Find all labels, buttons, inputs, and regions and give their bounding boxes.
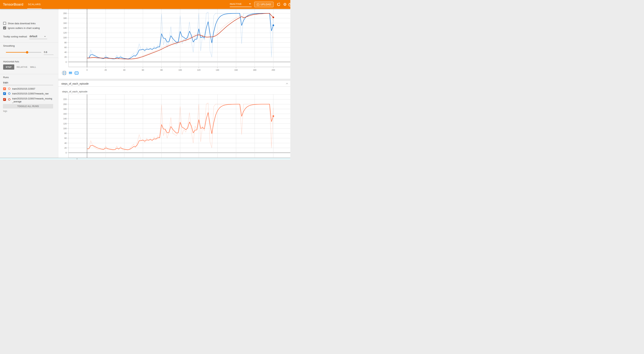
steps-chart-card: steps_of_each_episode 020406080100120140… [58,86,290,160]
runs-label: Runs [3,76,9,79]
svg-text:160: 160 [63,22,67,24]
svg-text:100: 100 [63,36,67,39]
fit-domain-icon[interactable] [74,70,79,76]
run-color-circle [8,92,10,94]
checkbox-show-download-links-label: Show data download links [8,22,36,25]
run-row: ✓ train/20201015-215937 [0,88,58,92]
smoothing-value-underline [44,54,54,55]
svg-text:80: 80 [160,69,162,71]
svg-text:140: 140 [216,69,219,71]
svg-text:60: 60 [64,46,67,48]
chevron-up-icon[interactable] [286,83,288,85]
rewards-chart[interactable]: 0204060801001201401601802000204060801001… [58,9,290,79]
run-checkbox[interactable]: ✓ [3,88,6,90]
svg-text:40: 40 [64,51,67,53]
status-dropdown-underline [230,7,252,7]
run-row: ✓ train/20201015-215937/rewards_moving_a… [0,98,58,104]
app-header: TensorBoard SCALARS INACTIVE i UPLOAD ⚙ … [0,0,290,9]
tab-scalars[interactable]: SCALARS [27,0,42,9]
tooltip-sort-label: Tooltip sorting method: [3,35,28,38]
app-title: TensorBoard [3,0,23,9]
svg-text:0: 0 [66,152,67,154]
rewards-chart-card: 0204060801001201401601802000204060801001… [58,9,290,79]
svg-text:80: 80 [64,42,67,44]
svg-text:0: 0 [66,61,67,63]
runs-filter-underline [3,85,53,85]
svg-text:160: 160 [234,69,238,71]
status-dropdown[interactable]: INACTIVE [230,0,252,9]
gear-icon[interactable]: ⚙ [282,0,287,9]
checkbox-show-download-links[interactable] [3,22,6,25]
upload-button-label: UPLOAD [261,3,271,6]
svg-text:120: 120 [63,32,67,34]
svg-text:120: 120 [63,122,67,125]
svg-text:200: 200 [272,69,275,71]
horizontal-axis-label: Horizontal Axis [3,60,19,63]
svg-text:120: 120 [197,69,200,71]
run-label: train/20201015-215937/rewards_moving_ave… [12,98,53,103]
divider [0,58,58,58]
run-color-circle [8,98,10,100]
tooltip-sort-select[interactable]: default [30,35,37,38]
help-icon[interactable]: ? [288,0,290,9]
axis-button-step[interactable]: STEP [3,64,14,70]
svg-text:60: 60 [64,137,67,139]
smoothing-slider-fill [6,52,27,52]
tab-active-underline [27,8,42,9]
axis-button-relative[interactable]: RELATIVE [17,66,28,68]
check-icon: ✓ [4,92,6,95]
check-icon: ✓ [4,98,6,101]
run-label: train/20201015-215937/rewards_raw [12,92,53,95]
info-icon: i [257,3,260,6]
check-icon: ✓ [4,87,6,90]
run-checkbox[interactable]: ✓ [3,92,6,95]
svg-text:100: 100 [178,69,182,71]
toggle-all-runs-button[interactable]: TOGGLE ALL RUNS [3,104,53,108]
svg-text:180: 180 [63,17,67,19]
svg-text:180: 180 [63,108,67,110]
status-dropdown-value: INACTIVE [230,2,242,5]
run-label: train/20201015-215937 [12,88,53,90]
steps-of-each-episode-chart[interactable]: 020406080100120140160180200220 [58,86,290,160]
run-row: ✓ train/20201015-215937/rewards_raw [0,92,58,96]
checkbox-ignore-outliers-label: Ignore outliers in chart scaling [8,27,40,30]
run-color-circle [8,88,10,90]
smoothing-label: Smoothing [3,44,15,47]
svg-text:100: 100 [63,128,67,130]
chevron-down-icon [249,4,251,4]
chart-toolbar [62,70,79,76]
svg-text:40: 40 [123,69,125,71]
smoothing-value-input[interactable]: 0.6 [44,51,47,54]
divider [0,74,58,74]
upload-button[interactable]: i UPLOAD [254,2,274,7]
chevron-down-icon[interactable] [44,36,46,37]
runs-filter-input[interactable]: train [3,81,8,84]
smoothing-slider-thumb[interactable] [26,51,28,54]
data-table-icon[interactable] [68,70,73,76]
smoothing-slider[interactable] [6,52,41,52]
axis-tick [77,158,77,160]
bottom-cutoff-strip [0,158,290,160]
section-title: steps_of_each_episode [61,82,89,85]
svg-text:200: 200 [63,103,67,105]
svg-text:40: 40 [64,142,67,144]
tab-scalars-label: SCALARS [28,3,41,6]
svg-text:220: 220 [63,98,67,100]
checkbox-ignore-outliers[interactable]: ✓ [3,26,6,30]
svg-text:20: 20 [64,56,67,58]
svg-text:80: 80 [64,132,67,134]
svg-text:0: 0 [86,69,88,71]
axis-button-wall[interactable]: WALL [30,66,36,68]
svg-text:20: 20 [64,147,67,149]
tensorboard-app: TensorBoard SCALARS INACTIVE i UPLOAD ⚙ … [0,0,290,160]
check-icon: ✓ [4,27,6,30]
svg-text:180: 180 [253,69,256,71]
svg-text:140: 140 [63,27,67,29]
run-checkbox[interactable]: ✓ [3,98,6,101]
section-header-steps-of-each-episode[interactable]: steps_of_each_episode [58,81,290,86]
svg-text:160: 160 [63,113,67,115]
settings-sidebar: Show data download links ✓ Ignore outlie… [0,9,58,160]
svg-text:140: 140 [63,118,67,120]
expand-chart-icon[interactable] [62,70,67,76]
refresh-icon[interactable] [276,0,281,9]
